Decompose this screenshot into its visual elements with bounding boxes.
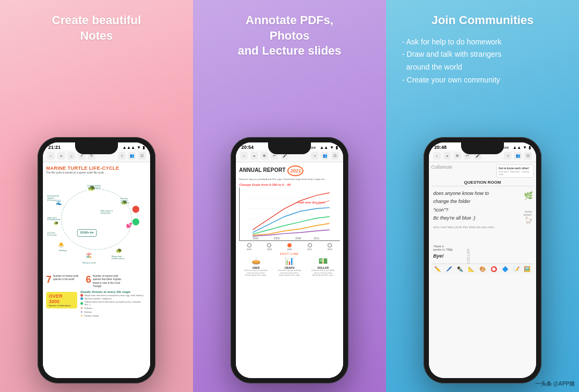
- svg-text:🐣: 🐣: [58, 242, 64, 248]
- text-tool[interactable]: 📝: [513, 266, 519, 272]
- dot-circle-2014: [328, 243, 332, 247]
- battery-icon-3: ▮: [529, 145, 531, 150]
- turtle-stats: 7 Number of marine turtle species in the…: [46, 275, 147, 288]
- menu-icon[interactable]: ≡: [57, 152, 65, 160]
- community-notes-area: does anyone know how to change the folde…: [431, 189, 534, 263]
- panel-notes: Create beautifulNotes 21:21 ▲▲▲ ▼ ▮ ‹ ≡ …: [0, 0, 193, 392]
- image-tool[interactable]: 🖼️: [524, 266, 530, 272]
- over-box: OVER 3000 Number of leatherback...: [46, 292, 77, 308]
- dot-circle-2008: [287, 243, 292, 247]
- stat-6-label: Number of marine turtle species that eit…: [93, 275, 122, 288]
- panel-3-title: Join Communities: [432, 13, 534, 28]
- reply-note-1: sorry i can't help a lot for that, thank…: [431, 225, 534, 229]
- know-each-other-box: Get to know each other! Username · Nickn…: [496, 164, 534, 178]
- annotation-1: Change Scale from 0-350 to 0→60: [239, 183, 340, 186]
- phone-2-time: 20:54: [241, 145, 254, 150]
- back-icon[interactable]: ‹: [47, 152, 55, 160]
- svg-point-27: [132, 218, 139, 225]
- report-body: Detective clay you probably Austin 90's …: [239, 178, 340, 181]
- back-icon-2[interactable]: ‹: [240, 152, 248, 160]
- svg-text:2008: 2008: [295, 237, 301, 240]
- shape-tool[interactable]: 🔷: [502, 266, 508, 272]
- ruler-tool[interactable]: 📐: [468, 266, 474, 272]
- panel-2-title: Annotate PDFs,Photosand Lecture slides: [237, 13, 341, 59]
- dollar-icon: 💵: [318, 257, 328, 265]
- bookmark-icon[interactable]: ⊕: [261, 152, 268, 160]
- phone3-bottom-toolbar: ✏️ 🖊️ ✒️ 📐 🎨 ⭕ 🔷 📝 🖼️: [431, 263, 534, 274]
- threats-section: OVER 3000 Number of leatherback... Deadl…: [46, 290, 147, 317]
- pencil-tool[interactable]: ✏️: [434, 266, 441, 272]
- dot-2001: 2001: [247, 243, 251, 251]
- svg-text:💕: 💕: [126, 222, 132, 229]
- fact-graph-desc: Detective clay you probably haven't hear…: [277, 269, 301, 277]
- dot-2014: 2014: [328, 243, 332, 251]
- wifi-icon-3: ▼: [523, 145, 527, 150]
- svg-text:🐢: 🐢: [54, 221, 59, 225]
- over-label: Number of leatherback...: [49, 304, 75, 307]
- leaf-decoration: 🌿: [524, 191, 533, 200]
- think-note: Think itworks is 700p: [431, 245, 534, 251]
- wifi-icon: ▼: [137, 145, 141, 150]
- menu-icon-3[interactable]: ≡: [443, 152, 451, 160]
- panel-community: Join Communities - Ask for help to do ho…: [386, 0, 579, 392]
- turtle-subtitle: The life cycle is based on a green turtl…: [46, 171, 147, 174]
- phone-2: 20:54 App Store ▲▲ ▼ ▮ ‹ ≡ ⊕ ↩ 🎤: [231, 137, 348, 383]
- fact-line-label: FACT LINE: [239, 252, 340, 255]
- pdf-chart: 50 40 30 20 10: [239, 187, 340, 241]
- add-icon-3[interactable]: ＋: [504, 152, 511, 160]
- over-num: OVER 3000: [49, 293, 75, 304]
- stat-species-world: 7 Number of marine turtle species in the…: [46, 275, 83, 288]
- svg-text:(shallow waters): (shallow waters): [112, 258, 124, 260]
- dot-circle-2011: [308, 243, 312, 247]
- people-icon-2[interactable]: 👥: [321, 152, 329, 160]
- pen-tool[interactable]: 🖊️: [446, 266, 452, 272]
- user-icon: 🥧: [251, 257, 261, 265]
- dot-2003: 2003: [267, 243, 272, 251]
- svg-text:(5-10 years): (5-10 years): [47, 199, 57, 201]
- svg-text:(2-8 years): (2-8 years): [121, 202, 129, 204]
- annual-report-title: ANNUAL REPORT: [239, 167, 285, 173]
- layers-icon[interactable]: ⊡: [138, 152, 146, 160]
- svg-text:Nesting on beach: Nesting on beach: [83, 262, 96, 264]
- timeline-dots: 2001 2003 2008 2011: [239, 243, 340, 251]
- handwriting-question: does anyone know how to change the folde…: [431, 189, 534, 223]
- color-tool[interactable]: 🎨: [479, 266, 486, 272]
- home-icon[interactable]: ⌂: [68, 152, 75, 160]
- battery-icon-2: ▮: [336, 145, 338, 150]
- signal-icon: ▲▲▲: [122, 145, 135, 150]
- add-icon-2[interactable]: ＋: [311, 152, 318, 160]
- svg-text:Add new line here: Add new line here: [297, 201, 325, 204]
- svg-text:Hatchlings: Hatchlings: [59, 250, 68, 252]
- threat-5: ★ Disease: [80, 310, 147, 313]
- people-icon-3[interactable]: 👥: [514, 152, 522, 160]
- svg-text:2002: 2002: [253, 237, 258, 240]
- back-icon-3[interactable]: ‹: [433, 152, 441, 160]
- panel-annotate: Annotate PDFs,Photosand Lecture slides 2…: [193, 0, 386, 392]
- question-room-header: QUESTION ROOM: [431, 180, 534, 186]
- fact-user: 🥧 USER Detective clay you probably haven…: [244, 257, 268, 277]
- layers-icon-3[interactable]: ⊡: [524, 152, 532, 160]
- stat-species-coral: 6 Number of marine turtle species that e…: [86, 275, 122, 288]
- svg-text:to foraging areas: to foraging areas: [47, 218, 61, 221]
- dot-2008: 2008: [287, 243, 292, 251]
- bookmark-icon-3[interactable]: ⊕: [454, 152, 461, 160]
- phone-2-notch: [268, 142, 311, 154]
- signal-icon-2: ▲▲: [320, 145, 328, 150]
- phone-3-notch: [461, 142, 504, 154]
- threat-dot-2: [80, 297, 83, 300]
- panel-3-subtitle: - Ask for help to do homework - Draw and…: [397, 36, 501, 87]
- menu-icon-2[interactable]: ≡: [250, 152, 258, 160]
- phone-1-time: 21:21: [48, 145, 61, 150]
- people-icon[interactable]: 👥: [128, 152, 136, 160]
- threat-4: ★ Pollution: [80, 306, 147, 310]
- layers-icon-2[interactable]: ⊡: [331, 152, 339, 160]
- add-icon[interactable]: ＋: [118, 152, 125, 160]
- svg-point-28: [132, 206, 139, 213]
- battery-icon: ▮: [143, 145, 145, 150]
- circle-tool[interactable]: ⭕: [491, 266, 497, 272]
- svg-text:2005: 2005: [274, 237, 280, 240]
- threats-title: Deadly threats at every life stage: [80, 290, 147, 293]
- stat-7-label: Number of marine turtle species in the w…: [53, 275, 83, 282]
- fountain-pen-tool[interactable]: ✒️: [457, 266, 463, 272]
- signal-icon-3: ▲▲: [513, 145, 521, 150]
